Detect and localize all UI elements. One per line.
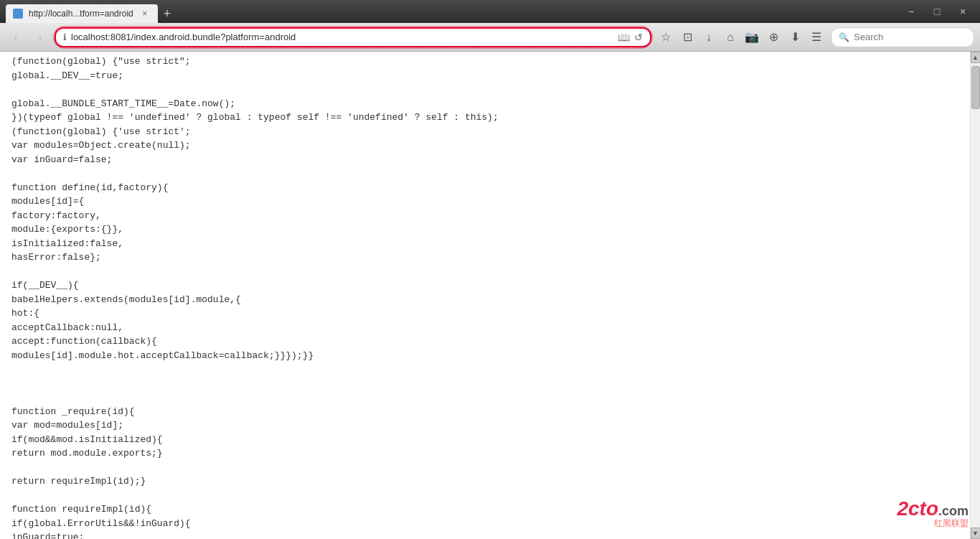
- back-button[interactable]: ‹: [6, 27, 26, 47]
- code-display: (function(global) {"use strict"; global.…: [0, 52, 970, 539]
- forward-button[interactable]: ›: [30, 27, 50, 47]
- titlebar: http://localh...tform=android × + − □ ×: [0, 0, 980, 23]
- maximize-button[interactable]: □: [925, 2, 948, 21]
- url-input[interactable]: [71, 32, 613, 42]
- address-bar[interactable]: ℹ 📖 ↺: [55, 27, 651, 47]
- security-icon: ℹ: [63, 32, 67, 42]
- tab-close-button[interactable]: ×: [139, 8, 151, 19]
- scroll-track[interactable]: [971, 63, 980, 528]
- refresh-icon[interactable]: ↺: [634, 32, 643, 43]
- search-bar[interactable]: 🔍: [831, 27, 974, 47]
- download-button[interactable]: ↓: [699, 27, 719, 47]
- bookmarks-bar-button[interactable]: ⊡: [677, 27, 697, 47]
- menu-button[interactable]: ☰: [806, 27, 826, 47]
- minimize-button[interactable]: −: [900, 2, 923, 21]
- scroll-up-button[interactable]: ▲: [971, 52, 981, 63]
- toolbar-icons: ☆ ⊡ ↓ ⌂ 📷 ⊕ ⬇ ☰: [656, 27, 826, 47]
- search-icon: 🔍: [839, 32, 849, 42]
- scroll-down-button[interactable]: ▼: [971, 528, 981, 539]
- more-tools-button[interactable]: ⊕: [763, 27, 783, 47]
- tab-title: http://localh...tform=android: [29, 9, 133, 19]
- content-area: (function(global) {"use strict"; global.…: [0, 52, 980, 539]
- tab-bar: http://localh...tform=android × +: [6, 0, 897, 23]
- close-button[interactable]: ×: [951, 2, 974, 21]
- home-button[interactable]: ⌂: [720, 27, 740, 47]
- search-input[interactable]: [854, 32, 974, 42]
- tab-favicon: [13, 9, 23, 19]
- reader-mode-icon[interactable]: 📖: [618, 32, 630, 43]
- scrollbar[interactable]: ▲ ▼: [970, 52, 980, 539]
- new-tab-button[interactable]: +: [158, 4, 177, 23]
- address-bar-container: ‹ › ℹ 📖 ↺ ☆ ⊡ ↓ ⌂ 📷 ⊕ ⬇ ☰ 🔍: [0, 23, 980, 52]
- active-tab[interactable]: http://localh...tform=android ×: [6, 4, 158, 23]
- scroll-thumb[interactable]: [971, 66, 980, 109]
- bookmark-button[interactable]: ☆: [656, 27, 676, 47]
- window-controls: − □ ×: [900, 2, 974, 21]
- camera-button[interactable]: 📷: [742, 27, 762, 47]
- downloads-button[interactable]: ⬇: [785, 27, 805, 47]
